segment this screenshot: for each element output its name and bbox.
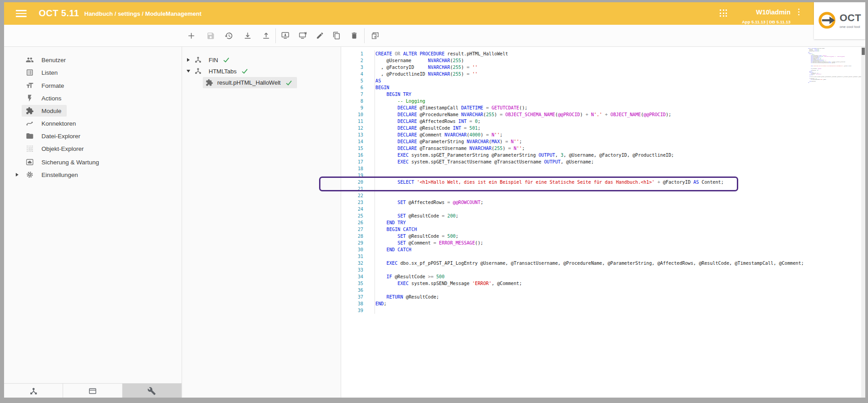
tree-node-fin[interactable]: FIN <box>182 54 230 65</box>
sidebar-item-benutzer[interactable]: Benutzer <box>22 54 71 66</box>
backup-icon <box>26 158 34 166</box>
check-icon <box>223 56 230 63</box>
history-button[interactable] <box>221 28 236 43</box>
sidebar-item-datei-explorer[interactable]: Datei-Explorer <box>22 130 86 142</box>
sidebar-item-label: Sicherung & Wartung <box>41 159 99 166</box>
indent-guide <box>375 50 375 314</box>
expand-arrow-icon[interactable] <box>15 172 19 177</box>
sidebar-item-label: Module <box>41 108 61 114</box>
tree-divider <box>341 47 341 398</box>
tree-node-label: FIN <box>209 57 218 63</box>
oct-logo-icon <box>817 10 837 30</box>
wrench-icon <box>147 387 156 395</box>
connector-icon <box>26 119 34 127</box>
editor-toolbar <box>4 25 865 47</box>
save-button[interactable] <box>203 28 218 43</box>
add-button[interactable] <box>183 28 199 43</box>
minimap[interactable]: CREATE OR ALTER PROCEDURE result.pHTML_H… <box>808 48 862 88</box>
expanded-arrow-icon[interactable] <box>186 69 191 73</box>
format-size-icon <box>26 82 34 90</box>
module-tree-panel <box>182 47 341 398</box>
minimap-content: CREATE OR ALTER PROCEDURE result.pHTML_H… <box>808 48 862 84</box>
apps-grid-icon[interactable] <box>720 9 727 17</box>
hierarchy-icon <box>29 387 38 395</box>
list-icon <box>26 68 34 77</box>
sidebar-bottom-tabs <box>4 383 182 398</box>
dot-grid-icon <box>26 145 34 153</box>
logo-text: OCT <box>840 12 861 24</box>
install-button[interactable] <box>278 28 293 43</box>
users-icon <box>26 56 34 64</box>
uninstall-button[interactable] <box>295 28 311 43</box>
bottom-tab-wrench[interactable] <box>123 384 182 398</box>
header-bar: OCT 5.11 Handbuch / settings / ModuleMan… <box>4 2 865 25</box>
tree-node-label: result.pHTML_HalloWelt <box>217 79 281 86</box>
bottom-tab-window[interactable] <box>63 384 122 398</box>
breadcrumb: Handbuch / settings / ModuleManagement <box>84 10 201 17</box>
sidebar-item-label: Datei-Explorer <box>41 133 80 140</box>
copy-button[interactable] <box>329 28 344 43</box>
check-icon <box>241 68 248 75</box>
code-editor[interactable]: 1234567891011121314151617181920212223242… <box>341 47 861 398</box>
tree-node-htmltabs[interactable]: HTMLTabs <box>182 66 248 77</box>
sidebar-item-listen[interactable]: Listen <box>22 67 63 78</box>
puzzle-icon <box>26 107 34 115</box>
hierarchy-icon <box>194 56 202 64</box>
folder-icon <box>26 132 34 140</box>
sidebar-item-actions[interactable]: Actions <box>22 92 67 104</box>
sidebar-item-konnektoren[interactable]: Konnektoren <box>22 118 82 129</box>
sidebar-item-label: Listen <box>41 69 58 76</box>
tree-node-label: HTMLTabs <box>209 68 237 75</box>
sidebar-item-label: Konnektoren <box>41 120 76 127</box>
puzzle-icon <box>206 79 214 87</box>
upload-button[interactable] <box>258 28 274 43</box>
delete-button[interactable] <box>347 28 362 43</box>
sidebar-item-formate[interactable]: Formate <box>22 80 69 91</box>
sidebar-divider <box>182 47 182 398</box>
version-info: App 5.11.13 | DB 5.11.13 <box>742 19 790 24</box>
user-menu[interactable]: W10\admin <box>756 9 790 16</box>
sidebar-item-label: Actions <box>41 95 61 102</box>
line-numbers: 1234567891011121314151617181920212223242… <box>341 50 363 314</box>
toolbar-separator <box>275 28 276 43</box>
hierarchy-icon <box>194 67 202 75</box>
brand-logo: OCT one cool tool <box>814 2 865 39</box>
more-vertical-icon[interactable] <box>798 9 800 17</box>
download-button[interactable] <box>240 28 255 43</box>
sidebar-item-einstellungen[interactable]: Einstellungen <box>22 169 83 181</box>
logo-tagline: one cool tool <box>840 25 860 29</box>
bottom-tab-hierarchy[interactable] <box>4 384 63 398</box>
app-title: OCT 5.11 <box>39 8 79 18</box>
sidebar-item-label: Objekt-Explorer <box>41 145 84 152</box>
export-log-button[interactable] <box>367 28 383 43</box>
flash-icon <box>26 94 34 102</box>
sidebar-item-objekt-explorer[interactable]: Objekt-Explorer <box>22 143 89 154</box>
check-icon <box>285 79 292 86</box>
code-content: CREATE OR ALTER PROCEDURE result.pHTML_H… <box>375 50 804 314</box>
sidebar-item-label: Einstellungen <box>41 172 78 178</box>
edit-button[interactable] <box>312 28 328 43</box>
app-window: OCT 5.11 Handbuch / settings / ModuleMan… <box>4 2 865 398</box>
sidebar-item-module[interactable]: Module <box>22 105 67 117</box>
sidebar-item-sicherung-wartung[interactable]: Sicherung & Wartung <box>22 156 105 168</box>
gear-icon <box>26 171 34 179</box>
sidebar-item-label: Formate <box>41 82 64 89</box>
window-icon <box>88 387 97 395</box>
tree-node-result-phtml-hallowelt[interactable]: result.pHTML_HalloWelt <box>203 77 297 88</box>
hamburger-menu-icon[interactable] <box>16 10 27 18</box>
vertical-scrollbar[interactable] <box>861 47 865 398</box>
collapsed-arrow-icon[interactable] <box>186 58 191 62</box>
scrollbar-thumb[interactable] <box>862 48 865 55</box>
sidebar-item-label: Benutzer <box>41 57 66 63</box>
toolbar-separator <box>364 28 365 43</box>
